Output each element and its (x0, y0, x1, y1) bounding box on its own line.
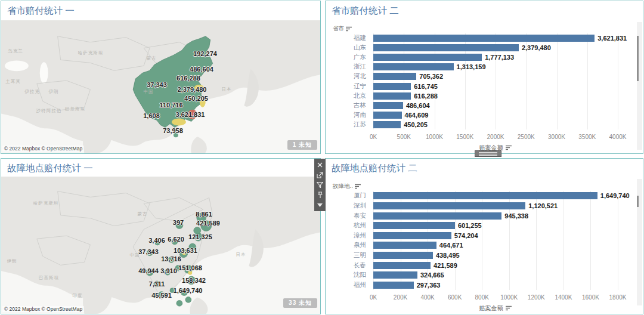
map-mark-value-label[interactable]: 7,311 (149, 280, 165, 288)
bar-mark[interactable] (373, 63, 454, 70)
map-mark-value-label[interactable]: 397 (173, 219, 184, 226)
axis-tick-label: 1500K (456, 134, 473, 140)
bar-category-label[interactable]: 漳州 (354, 231, 366, 240)
sort-icon[interactable] (506, 145, 512, 151)
sort-icon[interactable] (506, 305, 512, 311)
scrollbar-thumb[interactable] (637, 36, 639, 81)
bar-value-label: 3,621,831 (597, 35, 627, 42)
bar-category-label[interactable]: 北京 (354, 92, 366, 100)
map-mark-value-label[interactable]: 45,591 (151, 292, 172, 299)
map-mark-value-label[interactable]: 13,716 (161, 255, 181, 262)
bar-category-label[interactable]: 福建 (354, 34, 366, 42)
map-mark-value-label[interactable]: 616,288 (177, 75, 200, 82)
bar-category-label[interactable]: 浙江 (354, 63, 366, 71)
bar-category-label[interactable]: 福州 (354, 281, 366, 289)
map-mark-value-label[interactable]: 158,342 (182, 277, 206, 284)
map-mark-value-label[interactable]: 121,325 (188, 233, 212, 240)
bar-category-label[interactable]: 沈阳 (354, 271, 366, 279)
bar-mark[interactable] (373, 192, 597, 199)
bar-mark[interactable] (373, 73, 416, 80)
bar-mark[interactable] (373, 271, 417, 279)
scrollbar-track[interactable] (637, 22, 642, 150)
axis-tick-label: 500K (397, 134, 411, 140)
bar-mark[interactable] (373, 54, 482, 61)
map-mark-value-label[interactable]: 3,406 (148, 237, 165, 244)
pin-icon[interactable] (316, 191, 324, 199)
map-mark-value-label[interactable]: 1,649,740 (174, 287, 203, 294)
axis-tick-label: 1400K (555, 294, 572, 301)
bar-category-label[interactable]: 江苏 (354, 121, 366, 129)
map-mark-value-label[interactable]: 3,621,831 (176, 111, 205, 118)
country-label: 哈萨克斯坦 (33, 200, 59, 206)
column-header[interactable]: 省市 (333, 25, 352, 33)
bar-category-label[interactable]: 长春 (354, 261, 366, 270)
bar-mark[interactable] (373, 232, 451, 239)
map-mark-value-label[interactable]: 151,068 (178, 264, 202, 271)
bar-category-label[interactable]: 泉州 (354, 241, 366, 249)
map-mark-value-label[interactable]: 49,944 (138, 267, 159, 274)
scrollbar-thumb[interactable] (637, 196, 639, 207)
bar-category-label[interactable]: 广东 (354, 53, 366, 61)
axis-tick-label: 3500K (578, 134, 596, 140)
sort-icon[interactable] (355, 184, 361, 190)
map-mark-value-label[interactable]: 8,861 (196, 211, 212, 218)
bar-category-label[interactable]: 泰安 (354, 212, 366, 220)
bar-category-label[interactable]: 厦门 (354, 192, 366, 200)
map-mark-value-label[interactable]: 103,631 (174, 247, 197, 254)
bar-mark[interactable] (373, 242, 436, 249)
map-mark-value-label[interactable]: 37,343 (138, 248, 159, 255)
map-mark-value-label[interactable]: 37,343 (147, 81, 167, 88)
map-mark-value-label[interactable]: 6,620 (168, 236, 184, 243)
axis-tick-label: 600K (448, 294, 462, 301)
unknown-values-badge[interactable]: 33 未知 (283, 298, 317, 308)
bar-mark[interactable] (373, 252, 433, 259)
bar-mark[interactable] (373, 35, 595, 42)
bar-mark[interactable] (373, 212, 501, 220)
bar-value-label: 1,120,521 (528, 202, 558, 209)
resize-drag-handle[interactable] (475, 150, 501, 157)
map-mark-value-label[interactable]: 450,205 (184, 95, 208, 102)
map-mark-value-label[interactable]: 486,604 (190, 66, 213, 73)
bar-category-label[interactable]: 河北 (354, 72, 366, 81)
map-mark-value-label[interactable]: 421,589 (196, 220, 220, 227)
bar-category-label[interactable]: 深圳 (354, 202, 366, 210)
column-header[interactable]: 故障地.. (333, 183, 361, 190)
bar-category-label[interactable]: 河南 (354, 111, 366, 119)
bar-mark[interactable] (373, 112, 402, 119)
axis-tick-label: 0K (370, 134, 377, 140)
map-mark-value-label[interactable]: 2,379,480 (178, 86, 207, 93)
bar-category-label[interactable]: 山东 (354, 44, 366, 52)
bar-value-label: 601,255 (458, 222, 482, 229)
map-mark-value-label[interactable]: 110,716 (159, 101, 182, 109)
bar-mark[interactable] (373, 222, 455, 229)
close-icon[interactable] (316, 161, 324, 169)
caret-down-icon[interactable] (316, 201, 324, 209)
bar-mark[interactable] (373, 121, 401, 128)
bar-mark[interactable] (373, 44, 519, 51)
open-external-icon[interactable] (316, 171, 324, 179)
map-mark-value-label[interactable]: 1,608 (143, 112, 160, 119)
bar-mark[interactable] (373, 102, 403, 109)
bar-category-label[interactable]: 吉林 (354, 101, 366, 110)
bar-mark[interactable] (373, 282, 414, 289)
map-mark-value-label[interactable]: 73,958 (163, 127, 183, 134)
bar-mark[interactable] (373, 92, 411, 100)
bar-category-label[interactable]: 三明 (354, 251, 366, 260)
bar-mark[interactable] (373, 262, 431, 269)
category-axis: 厦门深圳泰安杭州漳州泉州三明长春沈阳福州 (326, 191, 370, 290)
bar-category-label[interactable]: 杭州 (354, 221, 366, 230)
bar-category-label[interactable]: 辽宁 (354, 82, 366, 91)
scrollbar-track[interactable] (637, 179, 642, 305)
country-label: 伊朗 (7, 258, 17, 264)
map-mark-value-label[interactable]: 192,274 (193, 50, 217, 57)
filter-icon[interactable] (316, 181, 324, 189)
gridline (618, 33, 618, 129)
axis-tick-label: 800K (475, 294, 489, 301)
bar-mark[interactable] (373, 83, 411, 90)
bar-mark[interactable] (373, 202, 525, 209)
sort-icon[interactable] (346, 26, 352, 32)
bar-value-label: 450,205 (404, 121, 428, 128)
map-attribution: © 2022 Mapbox © OpenStreetMap (2, 306, 84, 312)
unknown-values-badge[interactable]: 1 未知 (287, 140, 317, 150)
map-mark-value-label[interactable]: 3,910 (160, 267, 177, 274)
